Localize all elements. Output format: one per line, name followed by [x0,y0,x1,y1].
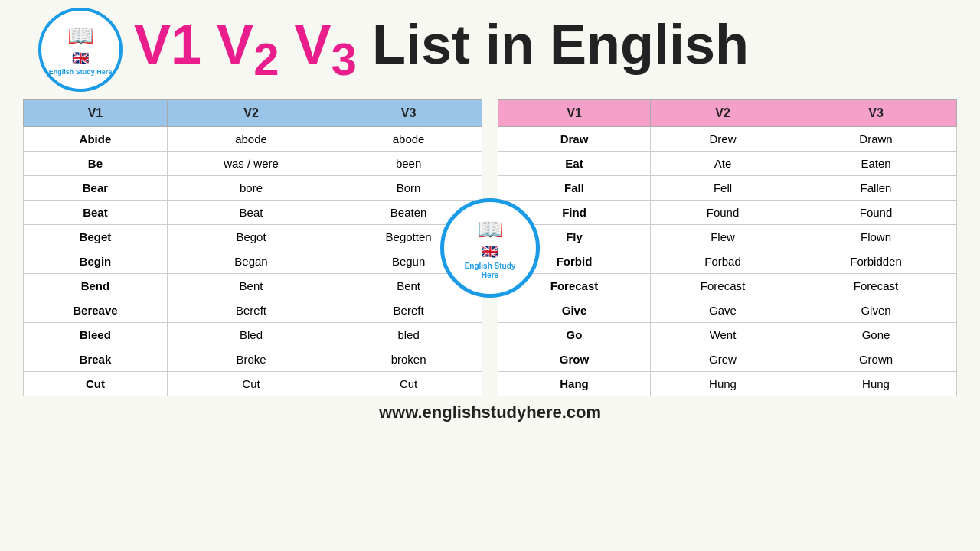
table-cell: Forbidden [795,249,957,274]
table-cell: broken [335,347,482,372]
table-cell: Broke [167,347,335,372]
table-cell: Born [335,176,482,201]
left-col-v1: V1 [24,100,168,127]
table-cell: Bent [167,274,335,298]
left-table-wrap: V1 V2 V3 AbideabodeabodeBewas / werebeen… [23,99,482,396]
right-col-v2: V2 [650,100,795,127]
right-table-wrap: V1 V2 V3 DrawDrewDrawnEatAteEatenFallFel… [498,99,957,396]
book-icon: 📖 [67,23,94,48]
table-cell: Begin [24,249,168,274]
table-cell: Beat [167,201,335,225]
table-cell: Flew [650,225,795,249]
table-cell: Bear [24,176,168,201]
right-table-header-row: V1 V2 V3 [498,100,957,127]
flag-icon: 🇬🇧 [72,50,89,67]
table-cell: bled [335,323,482,347]
table-cell: Grew [650,347,795,372]
table-cell: Found [795,201,957,225]
table-cell: Bled [167,323,335,347]
table-cell: Bend [24,274,168,298]
table-cell: Hang [498,372,651,396]
table-cell: Eaten [795,152,957,176]
table-cell: Fallen [795,176,957,201]
table-cell: Gone [795,323,957,347]
tables-container: V1 V2 V3 AbideabodeabodeBewas / werebeen… [23,99,957,396]
footer-url-text: englishstudyhere [423,403,562,422]
right-col-v3: V3 [795,100,957,127]
table-row: FallFellFallen [498,176,957,201]
table-row: BeatBeatBeaten [24,201,482,225]
table-row: EatAteEaten [498,152,957,176]
table-cell: Bereft [167,298,335,323]
left-col-v2: V2 [167,100,335,127]
table-cell: been [335,152,482,176]
table-cell: Fall [498,176,651,201]
table-cell: Drawn [795,127,957,152]
table-cell: Beat [24,201,168,225]
table-row: BendBentBent [24,274,482,298]
table-cell: Forbad [650,249,795,274]
table-cell: Beget [24,225,168,249]
table-cell: Cut [24,372,168,396]
table-row: ForecastForecastForecast [498,274,957,298]
center-logo-text: English StudyHere [465,262,516,280]
table-cell: Began [167,249,335,274]
header: 📖 🇬🇧 English Study Here V1 V2 V3 List in… [23,8,957,92]
table-cell: Ate [650,152,795,176]
footer-url: www.englishstudyhere.com [379,403,601,422]
table-cell: Grow [498,347,651,372]
table-row: BereaveBereftBereft [24,298,482,323]
table-cell: was / were [167,152,335,176]
table-cell: Given [795,298,957,323]
table-row: ForbidForbadForbidden [498,249,957,274]
table-cell: Forecast [795,274,957,298]
table-row: BleedBledbled [24,323,482,347]
table-cell: Give [498,298,651,323]
table-cell: Abide [24,127,168,152]
table-row: FlyFlewFlown [498,225,957,249]
left-table-body: AbideabodeabodeBewas / werebeenBearboreB… [24,127,482,396]
table-row: BegetBegotBegotten [24,225,482,249]
title-v1: V1 [134,14,201,75]
page-title: V1 V2 V3 List in English [134,17,749,83]
table-row: CutCutCut [24,372,482,396]
table-row: Abideabodeabode [24,127,482,152]
center-book-icon: 📖 [477,217,504,242]
table-row: GiveGaveGiven [498,298,957,323]
table-cell: Grown [795,347,957,372]
table-row: GoWentGone [498,323,957,347]
right-table: V1 V2 V3 DrawDrewDrawnEatAteEatenFallFel… [498,99,957,396]
table-cell: Bereft [335,298,482,323]
table-cell: Go [498,323,651,347]
table-cell: Hung [650,372,795,396]
table-row: BearboreBorn [24,176,482,201]
table-row: FindFoundFound [498,201,957,225]
table-cell: Bleed [24,323,168,347]
title-v3: V3 [295,14,357,75]
table-row: HangHungHung [498,372,957,396]
logo-circle-center: 📖 🇬🇧 English StudyHere [440,198,540,298]
left-col-v3: V3 [335,100,482,127]
table-cell: Hung [795,372,957,396]
table-cell: Begot [167,225,335,249]
table-cell: Forecast [650,274,795,298]
table-cell: Be [24,152,168,176]
right-table-body: DrawDrewDrawnEatAteEatenFallFellFallenFi… [498,127,957,396]
title-rest: List in English [372,14,749,75]
table-cell: Drew [650,127,795,152]
table-cell: abode [335,127,482,152]
table-row: GrowGrewGrown [498,347,957,372]
logo-circle-top: 📖 🇬🇧 English Study Here [38,8,122,92]
page-wrapper: 📖 🇬🇧 English Study Here V1 V2 V3 List in… [0,0,980,551]
table-cell: Fell [650,176,795,201]
table-cell: Cut [335,372,482,396]
table-cell: abode [167,127,335,152]
table-cell: Break [24,347,168,372]
table-cell: Went [650,323,795,347]
title-v2: V2 [217,14,279,75]
table-cell: Draw [498,127,651,152]
left-table: V1 V2 V3 AbideabodeabodeBewas / werebeen… [23,99,482,396]
left-table-header-row: V1 V2 V3 [24,100,482,127]
table-cell: bore [167,176,335,201]
right-col-v1: V1 [498,100,651,127]
